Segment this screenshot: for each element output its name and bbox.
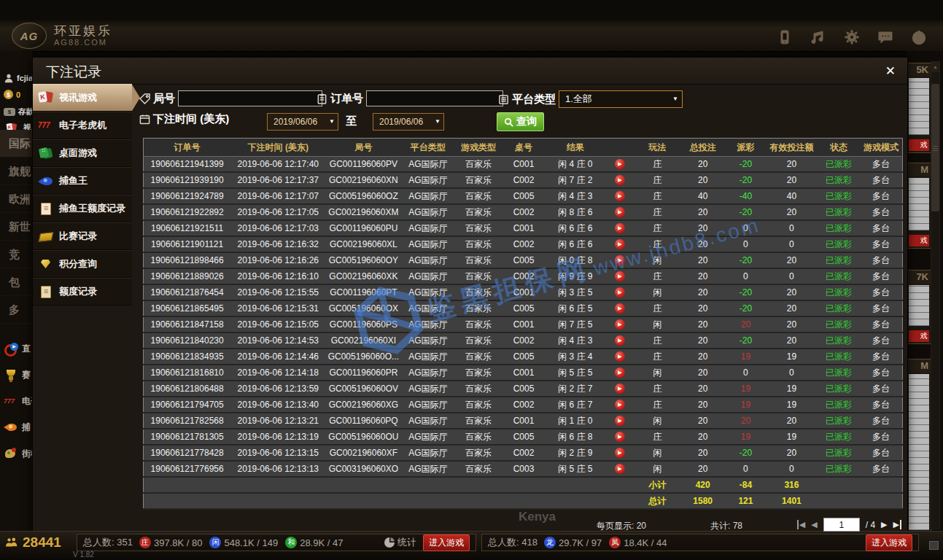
cell-payout: -20 bbox=[726, 445, 766, 461]
cell-payout: -20 bbox=[726, 300, 766, 316]
video-play-icon[interactable] bbox=[615, 287, 625, 298]
cell-play-type: 庄 bbox=[635, 204, 680, 220]
power-icon[interactable] bbox=[911, 29, 927, 45]
video-play-icon[interactable] bbox=[615, 271, 625, 281]
next-page-icon[interactable]: ▶ bbox=[881, 520, 887, 529]
video-play-icon[interactable] bbox=[615, 239, 625, 249]
dialog-menu-item[interactable]: 捕鱼王 bbox=[33, 167, 132, 195]
table-stats-panel-right: 总人数: 418 龙 29.7K / 97 凤 18.4K / 44 进入游戏 bbox=[481, 534, 919, 551]
column-header: 下注时间 (美东) bbox=[230, 139, 325, 157]
cell-bet-time: 2019-06-06 12:13:19 bbox=[230, 429, 325, 445]
cell-play-type: 闲 bbox=[635, 445, 680, 461]
cell-total-bet: 20 bbox=[680, 413, 725, 429]
video-play-icon[interactable] bbox=[615, 368, 625, 378]
platform-type-select[interactable]: 1.全部 ▼ bbox=[559, 90, 683, 108]
dialog-menu-item[interactable]: 积分查询 bbox=[33, 250, 132, 278]
cell-result: 闲 2 庄 9 bbox=[545, 445, 605, 461]
stats-toggle[interactable]: 统计 bbox=[384, 536, 416, 549]
lobby-tab[interactable]: 多 bbox=[0, 296, 32, 324]
music-icon[interactable] bbox=[810, 29, 826, 45]
video-play-icon[interactable] bbox=[615, 351, 625, 362]
lobby-tab[interactable]: 欧洲 bbox=[0, 185, 32, 213]
topbar-icon-group bbox=[777, 29, 927, 45]
scrollbar-thumb[interactable] bbox=[931, 84, 939, 211]
video-play-icon[interactable] bbox=[615, 207, 625, 217]
dialog-menu-item[interactable]: 电子老虎机 bbox=[33, 112, 132, 139]
deposit-row[interactable]: $ 存款 bbox=[4, 106, 32, 117]
game-table-card[interactable]: M 戏 bbox=[907, 163, 931, 249]
video-play-icon[interactable] bbox=[615, 416, 625, 426]
previous-page-icon[interactable]: ◀ bbox=[811, 520, 817, 529]
cell-valid-bet: 0 bbox=[766, 268, 818, 284]
game-table-card[interactable]: 7K 戏 bbox=[907, 270, 931, 344]
video-play-icon[interactable] bbox=[615, 223, 625, 233]
lobby-game-item[interactable]: 电子 bbox=[0, 388, 32, 414]
video-play-icon[interactable] bbox=[615, 319, 625, 330]
video-play-icon[interactable] bbox=[615, 303, 625, 314]
video-play-icon[interactable] bbox=[615, 464, 625, 474]
video-play-icon[interactable] bbox=[615, 255, 625, 265]
cell-play-type: 闲 bbox=[635, 365, 680, 381]
cell-status: 已派彩 bbox=[818, 413, 860, 429]
dialog-menu-item[interactable]: 视讯游戏 bbox=[33, 84, 132, 112]
video-play-icon[interactable] bbox=[615, 432, 625, 442]
video-play-icon[interactable] bbox=[615, 448, 625, 458]
cell-order-number: 190606121776956 bbox=[144, 461, 231, 477]
lobby-game-item[interactable]: 赛 bbox=[0, 362, 32, 388]
dialog-menu-item[interactable]: 额度记录 bbox=[33, 278, 132, 306]
close-icon[interactable]: ✕ bbox=[882, 62, 899, 80]
lobby-game-item[interactable]: 直 bbox=[0, 335, 32, 362]
date-from-picker[interactable]: 2019/06/06 ▼ bbox=[267, 113, 338, 131]
user-row[interactable]: fcjia bbox=[4, 73, 32, 83]
cell-game-type: 百家乐 bbox=[454, 220, 502, 236]
lobby-tab[interactable]: 包 bbox=[0, 268, 32, 296]
video-play-icon[interactable] bbox=[615, 191, 625, 201]
last-page-icon[interactable]: ▶ bbox=[893, 520, 901, 529]
order-number-input[interactable] bbox=[366, 90, 503, 106]
enter-game-button[interactable]: 戏 bbox=[909, 139, 929, 151]
mobile-icon[interactable] bbox=[777, 29, 793, 45]
video-play-icon[interactable] bbox=[615, 159, 625, 169]
settings-gear-icon[interactable] bbox=[844, 29, 860, 45]
enter-game-button[interactable]: 进入游戏 bbox=[423, 534, 470, 551]
video-play-icon[interactable] bbox=[615, 175, 625, 185]
lobby-scrollbar[interactable]: ▲ bbox=[931, 61, 940, 529]
cell-result: 闲 6 庄 7 bbox=[545, 397, 605, 413]
lobby-game-item[interactable]: 街机 bbox=[0, 440, 32, 467]
video-play-icon[interactable] bbox=[615, 384, 625, 394]
lobby-game-item[interactable]: 捕 bbox=[0, 414, 32, 440]
video-play-icon[interactable] bbox=[615, 400, 625, 410]
enter-game-button[interactable]: 戏 bbox=[909, 235, 929, 246]
bet-stats-chips: 庄 397.8K / 80 闲 548.1K / 149 和 28.9K / 4… bbox=[139, 537, 344, 548]
cell-game-mode: 多台 bbox=[860, 188, 902, 204]
round-number-input[interactable] bbox=[178, 90, 322, 106]
date-to-picker[interactable]: 2019/06/06 ▼ bbox=[373, 113, 444, 131]
cell-bet-time: 2019-06-06 12:17:40 bbox=[230, 157, 325, 173]
scroll-up-icon[interactable]: ▲ bbox=[931, 62, 939, 72]
balance-row[interactable]: $ 0 bbox=[4, 90, 20, 99]
lobby-tab[interactable]: 国际 bbox=[0, 130, 32, 158]
subtotal-payout: -84 bbox=[726, 477, 766, 493]
dialog-menu-item[interactable]: 比赛记录 bbox=[33, 222, 132, 250]
cell-total-bet: 20 bbox=[680, 365, 725, 381]
enter-game-button[interactable]: 进入游戏 bbox=[866, 534, 912, 551]
game-table-card[interactable]: 5K 戏 bbox=[907, 63, 931, 153]
lobby-tab[interactable]: 竞 bbox=[0, 241, 32, 268]
page-number-input[interactable] bbox=[823, 518, 860, 532]
game-table-card[interactable]: M bbox=[907, 359, 931, 531]
cell-status: 已派彩 bbox=[818, 188, 860, 204]
cell-platform: AG国际厅 bbox=[401, 268, 454, 284]
search-button[interactable]: 查询 bbox=[497, 112, 544, 131]
video-play-icon[interactable] bbox=[615, 335, 625, 346]
enter-game-button[interactable]: 戏 bbox=[909, 330, 929, 342]
chat-icon[interactable] bbox=[877, 29, 893, 45]
cell-order-number: 190606121781305 bbox=[144, 429, 231, 445]
menu-item-label: 捕鱼王额度记录 bbox=[59, 202, 125, 215]
cell-valid-bet: 0 bbox=[766, 220, 818, 236]
lobby-tab[interactable]: 新世 bbox=[0, 213, 32, 241]
first-page-icon[interactable]: ◀ bbox=[797, 520, 805, 529]
dialog-menu-item[interactable]: 捕鱼王额度记录 bbox=[33, 195, 132, 222]
lobby-tab[interactable]: 旗舰 bbox=[0, 158, 32, 185]
dialog-menu-item[interactable]: 桌面游戏 bbox=[33, 139, 132, 167]
cell-result: 闲 3 庄 4 bbox=[545, 349, 605, 365]
